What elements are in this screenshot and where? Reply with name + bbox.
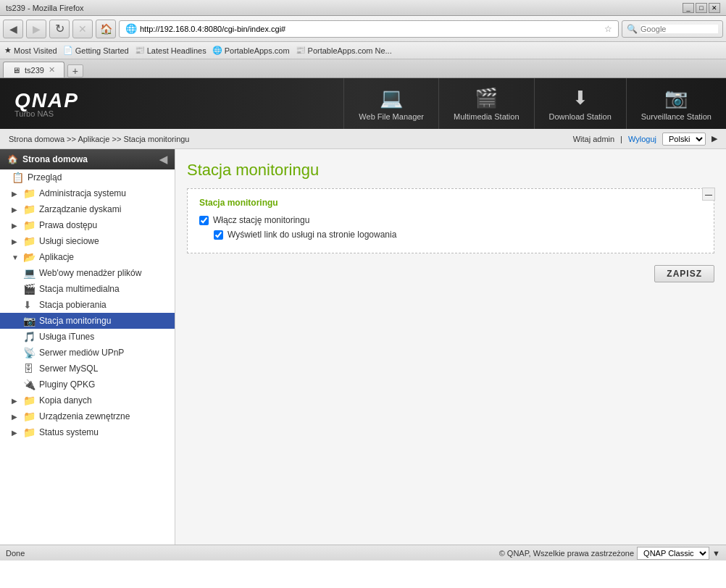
copyright-text: © QNAP, Wszelkie prawa zastrzeżone <box>499 549 634 558</box>
enable-checkbox[interactable] <box>199 216 209 225</box>
sidebar-item-upnp[interactable]: 📡 Serwer mediów UPnP <box>0 345 175 361</box>
close-button[interactable]: ✕ <box>709 3 720 13</box>
sidebar-item-itunes[interactable]: 🎵 Usługa iTunes <box>0 329 175 345</box>
bookmark-most-visited[interactable]: ★ Most Visited <box>4 46 57 55</box>
theme-selector[interactable]: QNAP Classic <box>637 547 709 560</box>
sidebar-label-przeglad: Przegląd <box>28 172 62 182</box>
plugin-icon: 🔌 <box>23 379 36 390</box>
bookmark-getting-started[interactable]: 📄 Getting Started <box>63 46 129 55</box>
sidebar-label-aplikacje: Aplikacje <box>39 252 74 262</box>
bookmark-headlines[interactable]: 📰 Latest Headlines <box>135 46 206 55</box>
address-bar[interactable]: 🌐 ☆ <box>119 20 619 38</box>
section-box-wrapper: Stacja monitoringu Włącz stację monitori… <box>187 188 714 253</box>
sidebar-item-uslugi[interactable]: ▶ 📁 Usługi sieciowe <box>0 233 175 249</box>
language-selector[interactable]: Polski <box>662 133 706 146</box>
portableapps-icon: 🌐 <box>212 46 222 55</box>
nav-label-web: Web File Manager <box>359 112 424 121</box>
sidebar-item-web-menadzer[interactable]: 💻 Web'owy menadżer plików <box>0 265 175 281</box>
sidebar-item-stacja-monitoringu[interactable]: 📷 Stacja monitoringu <box>0 313 175 329</box>
sidebar-label-mysql: Serwer MySQL <box>39 364 98 374</box>
rss-icon2: 📰 <box>296 46 306 55</box>
browser-title: ts239 - Mozilla Firefox <box>6 4 84 12</box>
sidebar-label-status: Status systemu <box>39 427 99 437</box>
stop-button[interactable]: ✕ <box>72 20 93 38</box>
url-input[interactable] <box>140 25 604 33</box>
tab-close-icon[interactable]: ✕ <box>49 65 55 75</box>
sidebar-label-pobierania: Stacja pobierania <box>39 300 107 310</box>
link-label: Wyświetl link do usługi na stronie logow… <box>228 230 396 240</box>
bookmark-portableapps-ne[interactable]: 📰 PortableApps.com Ne... <box>296 46 392 55</box>
sidebar-item-pluginy[interactable]: 🔌 Pluginy QPKG <box>0 377 175 392</box>
link-checkbox[interactable] <box>214 230 223 240</box>
maximize-button[interactable]: □ <box>696 3 707 13</box>
sidebar-item-zarzadzanie[interactable]: ▶ 📁 Zarządzanie dyskami <box>0 201 175 217</box>
app-header: QNAP Turbo NAS 💻 Web File Manager 🎬 Mult… <box>0 78 726 129</box>
app-container: QNAP Turbo NAS 💻 Web File Manager 🎬 Mult… <box>0 78 726 545</box>
mysql-icon: 🗄 <box>23 363 36 374</box>
logout-link[interactable]: Wyloguj <box>628 135 656 143</box>
sidebar-title: Strona domowa <box>22 154 88 164</box>
multi-icon: 🎬 <box>23 283 36 295</box>
sidebar-item-aplikacje[interactable]: ▼ 📂 Aplikacje <box>0 249 175 265</box>
web-file-icon: 💻 <box>380 87 403 109</box>
checkbox-row-link: Wyświetl link do usługi na stronie logow… <box>199 230 702 240</box>
back-button[interactable]: ◀ <box>3 20 23 38</box>
expand-icon: ▶ <box>12 206 20 214</box>
page-title: Stacja monitoringu <box>187 161 714 180</box>
enable-label: Włącz stację monitoringu <box>213 215 309 225</box>
nav-surveillance-station[interactable]: 📷 Surveillance Station <box>626 78 726 129</box>
minimize-button[interactable]: _ <box>683 3 694 13</box>
star-icon: ★ <box>4 46 12 55</box>
sidebar-item-administracja[interactable]: ▶ 📁 Administracja systemu <box>0 185 175 201</box>
theme-arrow-icon[interactable]: ▼ <box>712 549 720 558</box>
new-tab-button[interactable]: + <box>67 64 83 77</box>
bookmarks-bar: ★ Most Visited 📄 Getting Started 📰 Lates… <box>0 42 726 59</box>
surveillance-icon: 📷 <box>23 315 36 327</box>
breadcrumb-bar: Strona domowa >> Aplikacje >> Stacja mon… <box>0 129 726 149</box>
itunes-icon: 🎵 <box>23 331 36 343</box>
nav-multimedia-station[interactable]: 🎬 Multimedia Station <box>438 78 534 129</box>
sidebar-item-kopia[interactable]: ▶ 📁 Kopia danych <box>0 392 175 408</box>
sidebar-item-urzadzenia[interactable]: ▶ 📁 Urządzenia zewnętrzne <box>0 408 175 424</box>
tab-ts239[interactable]: 🖥 ts239 ✕ <box>3 62 64 77</box>
folder-icon: 📁 <box>23 411 36 422</box>
search-bar[interactable]: 🔍 <box>622 20 723 38</box>
sidebar-collapse-button[interactable]: ◀ <box>159 154 167 165</box>
section-box: Stacja monitoringu Włącz stację monitori… <box>187 188 714 253</box>
search-input[interactable] <box>641 25 718 33</box>
sidebar-item-prawa[interactable]: ▶ 📁 Prawa dostępu <box>0 217 175 233</box>
folder-icon: 📁 <box>23 235 36 247</box>
sidebar-header: 🏠 Strona domowa ◀ <box>0 149 175 169</box>
sidebar-label-administracja: Administracja systemu <box>39 188 126 198</box>
sidebar-item-status[interactable]: ▶ 📁 Status systemu <box>0 424 175 440</box>
star-icon[interactable]: ☆ <box>604 24 612 34</box>
nav-download-station[interactable]: ⬇ Download Station <box>534 78 626 129</box>
sidebar-item-mysql[interactable]: 🗄 Serwer MySQL <box>0 361 175 377</box>
minimize-section-button[interactable]: — <box>702 188 715 201</box>
sidebar-item-przeglad[interactable]: 📋 Przegląd <box>0 169 175 185</box>
expand-icon: ▶ <box>12 222 20 230</box>
forward-button[interactable]: ▶ <box>26 20 46 38</box>
reload-button[interactable]: ↻ <box>49 20 70 38</box>
save-button[interactable]: ZAPISZ <box>654 265 714 282</box>
folder-icon: 📁 <box>23 427 36 438</box>
home-button[interactable]: 🏠 <box>96 20 116 38</box>
rss-icon: 📰 <box>135 46 145 55</box>
sidebar-label-monitoringu: Stacja monitoringu <box>39 316 111 326</box>
nav-label-multimedia: Multimedia Station <box>454 112 520 121</box>
page-icon: 📄 <box>63 46 73 55</box>
qnap-logo: QNAP Turbo NAS <box>0 89 93 118</box>
browser-toolbar: ◀ ▶ ↻ ✕ 🏠 🌐 ☆ 🔍 <box>0 16 726 42</box>
sidebar-label-urzadzenia: Urządzenia zewnętrzne <box>39 411 130 421</box>
download-icon: ⬇ <box>23 299 36 311</box>
nav-web-file-manager[interactable]: 💻 Web File Manager <box>343 78 438 129</box>
sidebar-label-itunes: Usługa iTunes <box>39 332 94 342</box>
expand-icon: ▶ <box>12 238 20 245</box>
expand-icon: ▼ <box>12 253 20 261</box>
section-title: Stacja monitoringu <box>199 198 702 208</box>
sidebar-item-stacja-multi[interactable]: 🎬 Stacja multimedialna <box>0 281 175 297</box>
sidebar-label-web: Web'owy menadżer plików <box>39 268 141 278</box>
header-nav: 💻 Web File Manager 🎬 Multimedia Station … <box>343 78 726 129</box>
bookmark-portableapps[interactable]: 🌐 PortableApps.com <box>212 46 290 55</box>
sidebar-item-stacja-pobierania[interactable]: ⬇ Stacja pobierania <box>0 297 175 313</box>
